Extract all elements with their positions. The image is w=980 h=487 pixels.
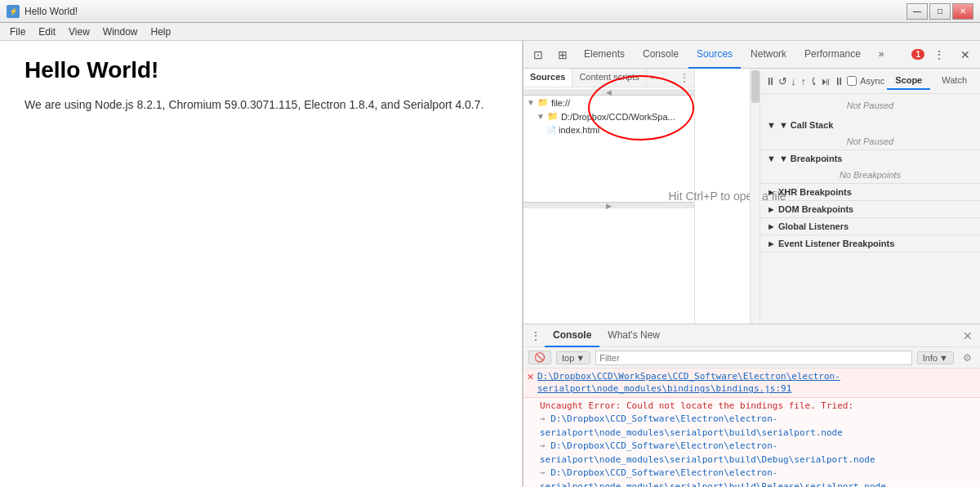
devtools-device-icon[interactable]: ⊞ — [551, 44, 574, 65]
sources-tab-content-scripts[interactable]: Content scripts — [572, 69, 646, 87]
top-filter-button[interactable]: top ▼ — [556, 351, 590, 364]
minimize-button[interactable]: — — [906, 3, 928, 20]
file-tree-folder[interactable]: ▼ 📁 D:/Dropbox/CCD/WorkSpa... — [533, 109, 694, 123]
event-listener-label: ► Event Listener Breakpoints — [767, 239, 894, 248]
devtools-close-icon[interactable]: ✕ — [954, 44, 977, 65]
xhr-breakpoints-header[interactable]: ► XHR Breakpoints — [760, 184, 980, 200]
scroll-thumb — [751, 70, 760, 103]
console-close-button[interactable]: ✕ — [959, 327, 977, 345]
dom-breakpoints-header[interactable]: ► DOM Breakpoints — [760, 201, 980, 217]
menu-bar: File Edit View Window Help — [0, 23, 980, 41]
app-icon: ⚡ — [7, 5, 20, 18]
sources-sidebar-menu[interactable]: ⋮ — [675, 69, 694, 87]
global-listeners-label: ► Global Listeners — [767, 221, 849, 231]
debugger-sidebar: ⏸ ↺ ↓ ↑ ⤹ ⏯ ⏸ Async Scope Watch — [760, 69, 980, 324]
tab-whats-new[interactable]: What's New — [599, 324, 668, 347]
dom-breakpoints-section: ► DOM Breakpoints — [760, 201, 980, 218]
page-body: We are using Node.js 8.2.1, Chromium 59.… — [24, 96, 497, 114]
error-message: Uncaught Error: Could not locate the bin… — [540, 400, 886, 487]
call-stack-content: Not Paused — [760, 133, 980, 150]
main-layout: Hello World! We are using Node.js 8.2.1,… — [0, 41, 980, 487]
pause-button[interactable]: ⏸ — [765, 72, 776, 90]
menu-edit[interactable]: Edit — [32, 25, 62, 39]
block-icon: 🚫 — [534, 352, 546, 363]
maximize-button[interactable]: □ — [929, 3, 951, 20]
call-stack-section: ▼ ▼ Call Stack Not Paused — [760, 117, 980, 150]
global-listeners-section: ► Global Listeners — [760, 218, 980, 235]
console-block-button[interactable]: 🚫 — [528, 351, 551, 364]
file-tree-root[interactable]: ▼ 📁 file:// — [523, 96, 694, 109]
devtools-pane: ⊡ ⊞ Elements Console Sources Network Per… — [523, 41, 980, 487]
pause-on-exception-button[interactable]: ⏸ — [834, 72, 844, 90]
breakpoints-header[interactable]: ▼ ▼ Breakpoints — [760, 150, 980, 167]
menu-view[interactable]: View — [62, 25, 96, 39]
tab-network[interactable]: Network — [742, 41, 795, 69]
tab-performance[interactable]: Performance — [796, 41, 869, 69]
error-file-link[interactable]: D:\Dropbox\CCD\WorkSpace\CCD_Software\El… — [537, 371, 840, 394]
tab-scope[interactable]: Scope — [887, 72, 930, 90]
global-listeners-header[interactable]: ► Global Listeners — [760, 218, 980, 235]
file-tree-file-index[interactable]: 📄 index.html — [543, 123, 694, 136]
file-viewer-scrollbar[interactable] — [750, 69, 760, 324]
devtools-inspect-icon[interactable]: ⊡ — [527, 44, 550, 65]
devtools-toolbar: ⊡ ⊞ Elements Console Sources Network Per… — [523, 41, 980, 69]
menu-file[interactable]: File — [3, 25, 32, 39]
menu-window[interactable]: Window — [96, 25, 145, 39]
title-bar: ⚡ Hello World! — □ ✕ — [0, 0, 980, 23]
top-filter-label: top — [562, 353, 574, 363]
sources-tab-more[interactable]: » — [647, 69, 658, 87]
file-tree-folder-label: D:/Dropbox/CCD/WorkSpa... — [561, 112, 675, 122]
page-heading: Hello World! — [24, 57, 497, 83]
deactivate-breakpoints-button[interactable]: ⤹ — [809, 72, 818, 90]
breakpoints-section: ▼ ▼ Breakpoints No Breakpoints — [760, 150, 980, 184]
window-controls: — □ ✕ — [906, 3, 973, 20]
browser-pane: Hello World! We are using Node.js 8.2.1,… — [0, 41, 523, 487]
window-title: Hello World! — [24, 6, 78, 17]
chevron-right-icon: ▼ — [527, 98, 535, 107]
tab-more[interactable]: » — [871, 41, 893, 69]
sources-tabs-bar: Sources Content scripts » ⋮ — [523, 69, 694, 87]
step-over-button[interactable]: ↺ — [778, 72, 787, 90]
tab-console[interactable]: Console — [635, 41, 687, 69]
arrow-icon-2: → — [540, 440, 550, 451]
tab-watch[interactable]: Watch — [933, 72, 975, 90]
console-filter-bar: 🚫 top ▼ Info ▼ ⚙ — [523, 347, 980, 369]
step-out-button[interactable]: ↑ — [800, 72, 807, 90]
call-stack-label: ▼ Call Stack — [779, 120, 834, 130]
error-link-text: D:\Dropbox\CCD\WorkSpace\CCD_Software\El… — [537, 370, 977, 395]
file-viewer: Hit Ctrl+P to open a file — [695, 69, 760, 324]
play-pause-button[interactable]: ⏯ — [821, 72, 831, 90]
error-count-badge: 1 — [911, 49, 924, 60]
menu-help[interactable]: Help — [145, 25, 178, 39]
scope-watch-tabs: Scope Watch — [887, 72, 975, 90]
tab-console-bottom[interactable]: Console — [545, 324, 599, 347]
step-into-button[interactable]: ↓ — [790, 72, 797, 90]
breakpoints-arrow: ▼ — [767, 154, 776, 163]
arrow-icon-3: → — [540, 467, 550, 478]
devtools-kebab-icon[interactable]: ⋮ — [928, 44, 951, 65]
console-error-detail: Uncaught Error: Could not locate the bin… — [523, 398, 980, 487]
console-area: ⋮ Console What's New ✕ 🚫 top ▼ Info ▼ — [523, 324, 980, 487]
console-error-line: ✕ D:\Dropbox\CCD\WorkSpace\CCD_Software\… — [523, 369, 980, 398]
debug-toolbar: ⏸ ↺ ↓ ↑ ⤹ ⏯ ⏸ Async Scope Watch — [760, 69, 980, 94]
event-listener-header[interactable]: ► Event Listener Breakpoints — [760, 235, 980, 252]
chevron-down-icon: ▼ — [537, 112, 545, 121]
open-file-hint: Hit Ctrl+P to open a file — [668, 190, 786, 203]
call-stack-arrow: ▼ — [767, 120, 776, 130]
error-path-2: D:\Dropbox\CCD_Software\Electron\electro… — [540, 440, 875, 465]
tab-sources[interactable]: Sources — [688, 41, 741, 69]
close-button[interactable]: ✕ — [952, 3, 973, 20]
console-info-button[interactable]: Info ▼ — [917, 351, 954, 364]
async-checkbox[interactable] — [847, 76, 857, 86]
console-menu-button[interactable]: ⋮ — [527, 327, 545, 345]
sources-tab-sources[interactable]: Sources — [523, 69, 572, 87]
console-gear-icon[interactable]: ⚙ — [959, 350, 975, 366]
console-output: ✕ D:\Dropbox\CCD\WorkSpace\CCD_Software\… — [523, 369, 980, 487]
call-stack-header[interactable]: ▼ ▼ Call Stack — [760, 117, 980, 133]
console-filter-input[interactable] — [595, 351, 912, 365]
folder-icon: 📁 — [547, 111, 559, 122]
tab-elements[interactable]: Elements — [576, 41, 633, 69]
file-tree: ◀ ▼ 📁 file:// ▼ 📁 D:/Dropbox/CCD/WorkSpa… — [523, 87, 694, 324]
sources-area: Sources Content scripts » ⋮ ◀ ▼ 📁 file:/… — [523, 69, 980, 324]
async-label: Async — [847, 76, 884, 86]
